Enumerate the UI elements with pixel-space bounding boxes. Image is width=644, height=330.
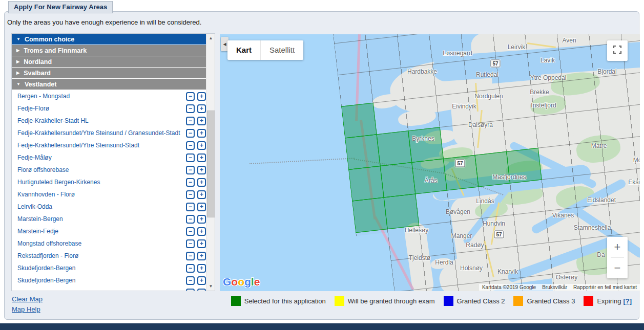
add-area-button[interactable]: +	[197, 178, 206, 187]
legend-color-swatch	[335, 296, 344, 306]
google-logo[interactable]: Google	[223, 276, 260, 288]
route-57-shield: 57	[455, 160, 465, 167]
remove-area-button[interactable]: −	[186, 215, 195, 224]
map-place-label: Hellesøy	[405, 227, 429, 234]
map-place-label: Osterøy	[556, 274, 578, 281]
map-place-label: Lavik	[541, 57, 555, 64]
google-logo-letter: o	[231, 276, 238, 288]
remove-area-button[interactable]: −	[186, 104, 195, 113]
fairway-list: Bergen - Mongstad − + Fedje-Florø − + Fe…	[12, 90, 207, 291]
add-area-button[interactable]: +	[197, 276, 206, 285]
fairway-name: Skudefjorden-Bergen	[17, 265, 183, 272]
expiring-help-link[interactable]: [?]	[623, 297, 632, 305]
legend-label: Selected for this application	[244, 297, 326, 305]
fairway-name: Fedje-Måløy	[17, 154, 183, 161]
add-area-button[interactable]: +	[197, 215, 206, 224]
accordion-arrow-icon	[16, 82, 20, 86]
accordion-header[interactable]: Nordland	[12, 56, 206, 67]
fairway-name: Florø offshorebase	[17, 166, 183, 173]
add-area-button[interactable]: +	[197, 190, 206, 199]
selected-area-cell[interactable]	[352, 197, 388, 233]
add-area-button[interactable]: +	[197, 104, 206, 113]
add-area-button[interactable]: +	[197, 92, 206, 101]
map-help-link-wrap: Map Help	[12, 305, 40, 313]
list-item: Bergen - Mongstad − +	[12, 90, 207, 102]
selected-area-cell[interactable]	[341, 103, 377, 139]
remove-area-button[interactable]: −	[186, 117, 195, 125]
selected-area-cell[interactable]	[408, 127, 444, 163]
accordion-label: Troms and Finnmark	[24, 47, 87, 54]
add-area-button[interactable]	[197, 289, 206, 292]
selected-area-cell[interactable]	[411, 159, 447, 194]
map-place-label: Eivindvik	[452, 103, 476, 110]
attribution-item[interactable]: Bruksvilkår	[539, 284, 570, 291]
add-area-button[interactable]: +	[197, 166, 206, 174]
legend-label: Will be granted through exam	[348, 297, 435, 305]
legend-color-swatch	[231, 296, 241, 306]
attribution-item[interactable]: Kartdata ©2019 Google	[479, 284, 539, 291]
add-area-button[interactable]: +	[197, 117, 206, 125]
remove-area-button[interactable]: −	[186, 264, 195, 273]
remove-area-button[interactable]	[186, 289, 195, 292]
scroll-down-icon[interactable]: ▼	[206, 282, 215, 291]
remove-area-button[interactable]: −	[186, 178, 195, 187]
selected-area-cell[interactable]	[348, 166, 384, 202]
selected-area-cell[interactable]	[377, 130, 412, 166]
remove-area-button[interactable]: −	[186, 227, 195, 236]
map-type-satellite-button[interactable]: Satellitt	[260, 40, 303, 60]
accordion-arrow-icon	[16, 49, 19, 53]
sidebar-scrollbar[interactable]: ▲ ▼	[206, 34, 215, 291]
scroll-up-icon[interactable]: ▲	[206, 34, 215, 42]
add-area-button[interactable]: +	[197, 153, 206, 162]
remove-area-button[interactable]: −	[186, 252, 195, 260]
map-place-label: Bjordal	[597, 68, 616, 75]
accordion-header[interactable]: Common choice	[12, 34, 206, 45]
remove-area-button[interactable]: −	[186, 166, 195, 174]
map-type-kart-button[interactable]: Kart	[227, 40, 260, 60]
google-logo-letter: g	[244, 276, 251, 288]
accordion-header[interactable]: Troms and Finnmark	[12, 45, 206, 56]
add-area-button[interactable]: +	[197, 227, 206, 236]
route-57-shield: 57	[490, 60, 500, 68]
page-footer-bar	[0, 323, 644, 330]
scrollbar-thumb[interactable]	[207, 111, 215, 217]
map-place-label: Eidslandet	[587, 196, 616, 204]
map-place-label: Stamneshella	[574, 224, 611, 231]
attribution-item[interactable]: Rapportér en feil med kartet	[570, 284, 640, 291]
fairway-sidebar: Common choice Troms and Finnmark Nordlan…	[11, 33, 215, 291]
remove-area-button[interactable]: −	[186, 190, 195, 199]
selected-area-cell[interactable]	[384, 193, 420, 229]
selected-area-cell[interactable]	[345, 134, 381, 170]
map-type-control: Kart Satellitt	[227, 40, 303, 60]
accordion-header[interactable]: Vestlandet	[12, 79, 206, 90]
google-map[interactable]: Løsnegard Leirvik Aven Lavik Hardbakke R…	[220, 34, 640, 291]
map-place-label: Bøvågen	[446, 208, 470, 215]
zoom-in-button[interactable]: +	[607, 237, 628, 257]
add-area-button[interactable]: +	[197, 203, 206, 211]
add-area-button[interactable]: +	[197, 239, 206, 248]
add-area-button[interactable]: +	[197, 141, 206, 150]
remove-area-button[interactable]: −	[186, 276, 195, 285]
clear-map-link-wrap: Clear Map	[12, 295, 43, 303]
list-item: Florø offshorebase − +	[12, 164, 207, 176]
fullscreen-button[interactable]	[607, 40, 628, 61]
map-help-link[interactable]: Map Help	[12, 305, 40, 313]
remove-area-button[interactable]: −	[186, 129, 195, 138]
remove-area-button[interactable]: −	[186, 92, 195, 101]
clear-map-link[interactable]: Clear Map	[12, 295, 43, 303]
remove-area-button[interactable]: −	[186, 203, 195, 211]
remove-area-button[interactable]: −	[186, 153, 195, 162]
remove-area-button[interactable]: −	[186, 141, 195, 150]
selected-area-cell[interactable]	[380, 162, 416, 198]
fairway-name: Leirvik-Odda	[17, 203, 183, 210]
selected-area-cell[interactable]	[474, 151, 510, 187]
zoom-out-button[interactable]: −	[607, 258, 628, 278]
accordion-header[interactable]: Svalbard	[12, 68, 206, 78]
add-area-button[interactable]: +	[197, 264, 206, 273]
map-place-label: Hardbakke	[407, 68, 437, 75]
add-area-button[interactable]: +	[197, 252, 206, 260]
remove-area-button[interactable]: −	[186, 239, 195, 248]
accordion-arrow-icon	[16, 60, 19, 64]
map-place-label: Holsnøy	[460, 265, 483, 272]
add-area-button[interactable]: +	[197, 129, 206, 138]
